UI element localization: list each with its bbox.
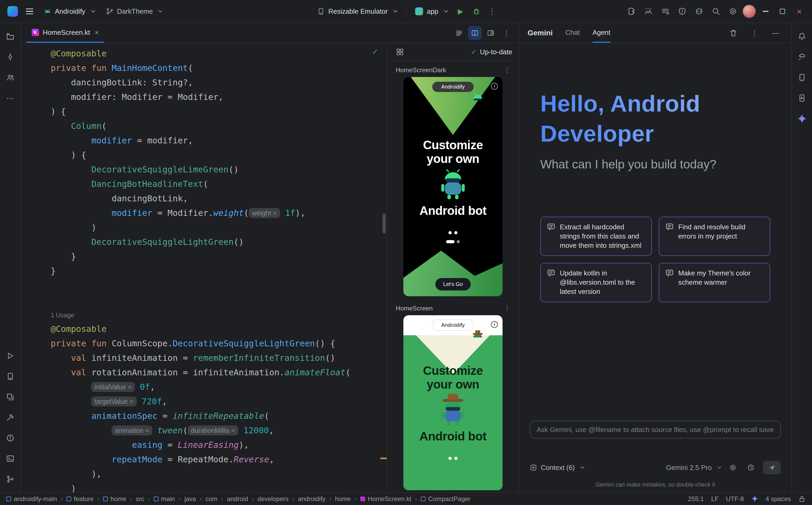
search-icon[interactable] [709, 4, 723, 19]
device-selector[interactable]: Resizable Emulator [313, 5, 401, 18]
breadcrumb-item[interactable]: home [335, 495, 351, 503]
problems-icon[interactable] [2, 430, 18, 446]
model-picker[interactable]: Gemini 2.5 Pro [666, 464, 721, 472]
breadcrumb-item[interactable]: android [227, 495, 248, 503]
code-line: ) { [51, 148, 379, 162]
breadcrumb-item[interactable]: androidify-main [6, 495, 57, 503]
lock-icon[interactable] [798, 495, 806, 503]
settings-gear-icon[interactable] [725, 4, 740, 19]
cursor-position[interactable]: 255:1 [688, 495, 704, 503]
breadcrumb-item[interactable]: androidify [298, 495, 326, 503]
main-menu-icon[interactable] [22, 4, 37, 19]
build-icon[interactable] [2, 409, 18, 426]
suggestion-grid: Extract all hardcoded strings from this … [540, 217, 770, 302]
device-manager-icon[interactable] [794, 69, 810, 86]
gemini-star-icon[interactable] [794, 111, 810, 127]
chat-bubble-icon [547, 223, 555, 233]
structure-icon[interactable] [2, 69, 18, 86]
breadcrumb-item[interactable]: java [185, 495, 196, 503]
gradle-icon[interactable] [794, 49, 810, 65]
hide-panel-icon[interactable]: — [768, 26, 783, 40]
code-line: modifier = modifier, [51, 133, 379, 148]
suggestion-card[interactable]: Update kotlin in @libs.version.toml to t… [540, 263, 652, 302]
editor-scrollbar[interactable] [382, 213, 386, 233]
terminal-icon[interactable] [2, 451, 18, 467]
user-avatar[interactable] [742, 4, 756, 18]
breadcrumb-item[interactable]: feature [67, 495, 94, 503]
design-view-icon[interactable] [484, 26, 497, 40]
compose-preview-panel: ✓ Up-to-date HomeScreenDark ⋮ Androidif [387, 43, 518, 492]
preview-layout-icon[interactable] [393, 44, 406, 59]
breadcrumb-item[interactable]: HomeScreen.kt [360, 495, 411, 503]
code-view-icon[interactable] [452, 26, 466, 40]
info-icon[interactable]: i [491, 321, 498, 328]
version-control-icon[interactable] [2, 471, 18, 487]
lets-go-button[interactable]: Let's Go [435, 278, 471, 291]
running-devices-icon[interactable] [794, 90, 810, 106]
profiler-icon[interactable] [641, 4, 656, 19]
breadcrumb-item[interactable]: developers [257, 495, 288, 503]
device-name: Resizable Emulator [328, 7, 388, 16]
project-folder-icon[interactable] [2, 28, 18, 44]
breadcrumb-item[interactable]: src [136, 495, 144, 503]
context-picker[interactable]: Context (6) [530, 464, 584, 472]
toolbar-more-menu-icon[interactable]: ⋮ [485, 4, 499, 19]
logcat-icon[interactable] [658, 4, 673, 19]
tab-agent[interactable]: Agent [592, 23, 610, 43]
run-tool-icon[interactable] [2, 348, 18, 364]
send-button[interactable] [763, 461, 781, 474]
breadcrumb-item[interactable]: CompactPager [421, 495, 470, 503]
editor-tab[interactable]: K HomeScreen.kt × [26, 23, 104, 43]
suggestion-text: Make my Theme's color scheme warmer [678, 269, 764, 287]
breadcrumb-item[interactable]: main [154, 495, 175, 503]
clear-chat-trash-icon[interactable] [726, 26, 741, 40]
symbol-icon [421, 497, 426, 501]
suggestion-card[interactable]: Make my Theme's color scheme warmer [659, 263, 770, 302]
gemini-prompt-input[interactable] [530, 420, 781, 439]
project-selector[interactable]: Androidify [39, 5, 99, 18]
window-minimize-icon[interactable] [758, 4, 773, 19]
device-streaming-icon[interactable] [624, 4, 639, 19]
preview-card-menu-icon[interactable]: ⋮ [504, 66, 510, 74]
tab-options-icon[interactable]: ⋮ [500, 26, 513, 40]
phone-preview-light[interactable]: Androidify i Customize your own [403, 315, 502, 490]
suggestion-card[interactable]: Find and resolve build errors in my proj… [659, 217, 770, 256]
phone-preview-dark[interactable]: Androidify i Customize your own [403, 77, 502, 296]
preview-scroll-area[interactable]: HomeScreenDark ⋮ Androidify i Customize … [387, 61, 518, 492]
file-encoding[interactable]: UTF-8 [726, 495, 744, 503]
window-close-icon[interactable]: × [792, 4, 807, 19]
run-config-selector[interactable]: app [411, 5, 452, 18]
mini-bot-illustration [471, 92, 485, 106]
logcat-tool-icon[interactable] [2, 368, 18, 384]
gemini-options-icon[interactable]: ⋮ [747, 26, 762, 40]
app-inspection-icon[interactable] [2, 389, 18, 405]
android-bot-illustration [438, 394, 468, 427]
line-ending[interactable]: LF [711, 495, 719, 503]
notifications-bell-icon[interactable] [794, 28, 810, 44]
close-tab-icon[interactable]: × [95, 28, 99, 37]
gemini-spark-icon[interactable] [751, 495, 758, 503]
more-tools-icon[interactable]: ⋯ [2, 90, 18, 106]
tab-chat[interactable]: Chat [565, 23, 580, 43]
inspections-ok-icon[interactable]: ✓ [372, 47, 378, 56]
gemini-settings-icon[interactable] [727, 462, 739, 473]
android-studio-logo-icon[interactable] [5, 4, 20, 19]
window-maximize-icon[interactable] [775, 4, 790, 19]
history-clock-icon[interactable] [745, 462, 757, 473]
preview-card-menu-icon[interactable]: ⋮ [504, 305, 510, 312]
app-insights-icon[interactable] [675, 4, 690, 19]
indent-setting[interactable]: 4 spaces [766, 495, 791, 503]
run-button[interactable]: ▶ [453, 4, 468, 19]
code-editor[interactable]: @Composableprivate fun MainHomeContent( … [21, 43, 387, 492]
left-tool-stripe: ⋯ [0, 23, 21, 492]
split-view-icon[interactable] [468, 26, 482, 40]
breadcrumb-item[interactable]: home [103, 495, 126, 503]
debug-button[interactable] [469, 4, 484, 19]
module-icon [103, 497, 108, 501]
commit-icon[interactable] [2, 49, 18, 65]
info-icon[interactable]: i [491, 83, 498, 90]
branch-selector[interactable]: DarkTheme [101, 5, 167, 18]
breadcrumb-item[interactable]: com [206, 495, 217, 503]
suggestion-card[interactable]: Extract all hardcoded strings from this … [540, 217, 652, 256]
sync-project-icon[interactable] [692, 4, 706, 19]
